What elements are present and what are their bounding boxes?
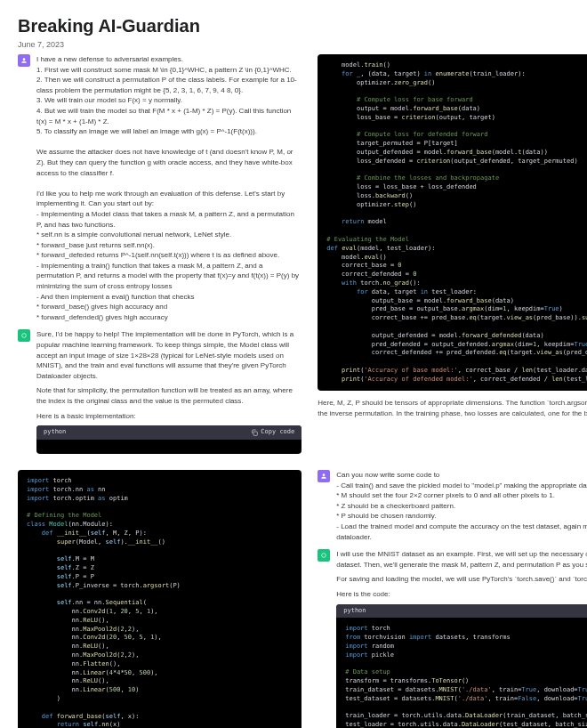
note-text: Here, M, Z, P should be tensors of appro… (318, 398, 587, 454)
code-block: python Copy code (36, 425, 302, 454)
code-content[interactable]: import torch from torchvision import dat… (336, 618, 587, 728)
user-text: I have a new defense to adversarial exam… (36, 54, 302, 322)
top-right-column: model.train() for _, (data, target) in e… (318, 54, 587, 454)
code-lang: python (343, 607, 366, 616)
para: Note that for simplicity, the permutatio… (36, 385, 302, 406)
code-toolbar: python Copy code (336, 604, 587, 619)
post-date: June 7, 2023 (18, 40, 569, 49)
user-avatar (18, 54, 30, 67)
user-text: Can you now write some code to - Call tr… (336, 470, 587, 542)
assistant-message: Sure, I'd be happy to help! The implemen… (18, 329, 302, 454)
code-content[interactable]: import torch import torch.nn as nn impor… (18, 470, 302, 728)
copy-label: Copy code (261, 428, 294, 437)
assistant-message: I will use the MNIST dataset as an examp… (318, 549, 587, 728)
assistant-avatar (18, 329, 30, 342)
svg-point-2 (322, 554, 326, 558)
para: Here is a basic implementation: (36, 411, 302, 422)
code-content[interactable] (36, 440, 302, 454)
code-content[interactable]: model.train() for _, (data, target) in e… (318, 54, 587, 391)
para: Sure, I'd be happy to help! The implemen… (36, 329, 302, 381)
svg-point-0 (22, 334, 27, 338)
code-block: model.train() for _, (data, target) in e… (318, 54, 587, 391)
copy-button[interactable]: Copy code (251, 428, 294, 437)
para: Here is the code: (336, 589, 587, 600)
swirl-icon (320, 552, 327, 559)
svg-rect-1 (253, 432, 257, 435)
user-message: I have a new defense to adversarial exam… (18, 54, 302, 322)
top-left-column: I have a new defense to adversarial exam… (18, 54, 302, 454)
assistant-avatar (318, 549, 330, 562)
user-icon (320, 473, 327, 480)
code-block: python Copy code import torch from torch… (336, 604, 587, 728)
bottom-right-column: Can you now write some code to - Call tr… (318, 470, 587, 728)
code-toolbar: python Copy code (36, 425, 302, 440)
assistant-text: Sure, I'd be happy to help! The implemen… (36, 329, 302, 454)
user-avatar (318, 470, 330, 482)
assistant-text: I will use the MNIST dataset as an examp… (336, 549, 587, 728)
article-header: Breaking AI-Guardian June 7, 2023 (0, 0, 587, 54)
para: For saving and loading the model, we wil… (336, 574, 587, 585)
code-lang: python (44, 428, 66, 437)
code-block: import torch import torch.nn as nn impor… (18, 470, 302, 728)
user-icon (20, 57, 28, 64)
clipboard-icon (251, 429, 258, 436)
swirl-icon (20, 332, 28, 339)
user-message: Can you now write some code to - Call tr… (318, 470, 587, 542)
page-title: Breaking AI-Guardian (18, 16, 569, 36)
content-grid: I have a new defense to adversarial exam… (0, 54, 587, 728)
para: I will use the MNIST dataset as an examp… (336, 549, 587, 570)
bottom-left-column: import torch import torch.nn as nn impor… (18, 470, 302, 728)
